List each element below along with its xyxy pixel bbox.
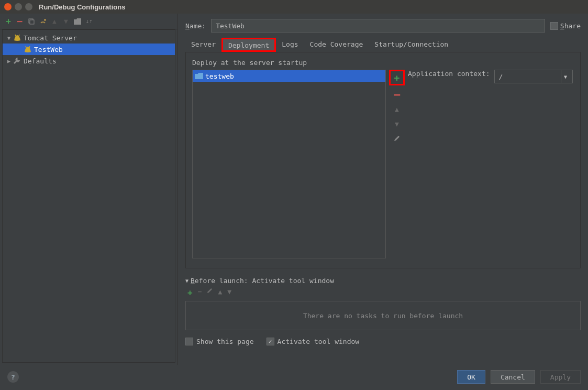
wrench-icon: [13, 57, 23, 64]
edit-artifact-button[interactable]: [391, 133, 403, 144]
window-maximize-button[interactable]: [25, 3, 32, 10]
add-artifact-button[interactable]: +: [391, 72, 403, 83]
show-page-label: Show this page: [196, 338, 254, 345]
before-launch-toolbar: + − ▲ ▼: [185, 285, 581, 301]
move-task-up-button: ▲: [218, 288, 222, 298]
move-up-button: ▲: [50, 17, 59, 26]
save-template-button[interactable]: [39, 17, 47, 26]
apply-button: Apply: [540, 370, 581, 384]
context-select[interactable]: / ▼: [494, 70, 573, 83]
window-close-button[interactable]: [4, 3, 12, 10]
tree-label: Tomcat Server: [24, 34, 77, 42]
before-launch-section: ▼ Before launch: Activate tool window + …: [185, 277, 581, 345]
svg-rect-1: [30, 20, 34, 24]
add-artifact-highlight: +: [389, 70, 405, 85]
name-label: Name:: [185, 22, 206, 30]
checkbox-icon: [185, 338, 193, 345]
activate-label: Activate tool window: [278, 338, 360, 345]
tab-server[interactable]: Server: [185, 38, 221, 52]
config-tree[interactable]: ▼ Tomcat Server TestWeb ▶ Defaults: [2, 29, 175, 363]
tree-node-defaults[interactable]: ▶ Defaults: [3, 55, 175, 67]
chevron-down-icon: ▼: [185, 278, 188, 284]
deploy-list-toolbar: + − ▲ ▼: [390, 70, 404, 144]
window-titlebar: Run/Debug Configurations: [0, 0, 588, 14]
context-label: Application context:: [408, 70, 490, 78]
add-task-button[interactable]: +: [187, 288, 193, 298]
sidebar-toolbar: + − ▲ ▼ ↓↑: [0, 14, 177, 29]
move-artifact-down-button: ▼: [391, 118, 403, 129]
move-artifact-up-button: ▲: [391, 103, 403, 115]
move-down-button: ▼: [62, 17, 70, 26]
tree-label: TestWeb: [34, 46, 63, 53]
sidebar: + − ▲ ▼ ↓↑ ▼ Tomcat Server: [0, 14, 178, 365]
window-title: Run/Debug Configurations: [39, 3, 125, 11]
config-tabs: Server Deployment Logs Code Coverage Sta…: [185, 38, 581, 52]
move-task-down-button: ▼: [227, 288, 231, 298]
chevron-down-icon: ▼: [561, 70, 570, 83]
tab-code-coverage[interactable]: Code Coverage: [304, 38, 369, 52]
sort-button[interactable]: ↓↑: [85, 17, 93, 26]
deploy-item-label: testweb: [205, 72, 234, 80]
deploy-heading: Deploy at the server startup: [192, 59, 574, 67]
tree-label: Defaults: [24, 57, 57, 65]
name-label-text: ame:: [190, 22, 206, 30]
context-value: /: [499, 73, 503, 81]
share-checkbox[interactable]: Share: [550, 22, 581, 30]
activate-tool-window-checkbox[interactable]: Activate tool window: [267, 338, 360, 345]
add-config-button[interactable]: +: [4, 17, 13, 26]
tree-node-testweb[interactable]: TestWeb: [3, 44, 175, 55]
show-this-page-checkbox[interactable]: Show this page: [185, 338, 254, 345]
window-minimize-button[interactable]: [15, 3, 22, 10]
svg-point-2: [44, 19, 46, 21]
checkbox-icon: [550, 22, 558, 30]
edit-task-button: [207, 288, 213, 298]
copy-config-button[interactable]: [27, 17, 36, 26]
remove-config-button[interactable]: −: [16, 17, 24, 26]
remove-artifact-button[interactable]: −: [391, 89, 403, 100]
chevron-down-icon: ▼: [6, 35, 12, 41]
tree-node-tomcat-server[interactable]: ▼ Tomcat Server: [3, 32, 175, 44]
chevron-right-icon: ▶: [6, 58, 12, 64]
folder-icon: [195, 73, 203, 79]
help-button[interactable]: ?: [7, 371, 19, 383]
tab-startup-connection[interactable]: Startup/Connection: [369, 38, 454, 52]
ok-button[interactable]: OK: [457, 370, 485, 384]
before-launch-header[interactable]: ▼ Before launch: Activate tool window: [185, 277, 581, 285]
before-launch-empty: There are no tasks to run before launch: [303, 312, 463, 320]
dialog-button-bar: ? OK Cancel Apply: [0, 365, 588, 389]
deployment-panel: Deploy at the server startup testweb + −: [185, 52, 581, 268]
tomcat-icon: [13, 34, 23, 41]
cancel-button[interactable]: Cancel: [491, 370, 535, 384]
tab-deployment[interactable]: Deployment: [221, 38, 276, 52]
remove-task-button: −: [198, 288, 202, 298]
tab-logs[interactable]: Logs: [276, 38, 304, 52]
tomcat-icon: [24, 46, 33, 53]
deploy-item-testweb[interactable]: testweb: [193, 70, 385, 82]
checkbox-checked-icon: [267, 338, 274, 345]
folder-button[interactable]: [73, 17, 82, 26]
deploy-list[interactable]: testweb: [192, 70, 386, 258]
config-panel: Name: Share Server Deployment Logs Code …: [178, 14, 588, 365]
before-launch-list[interactable]: There are no tasks to run before launch: [185, 301, 581, 330]
name-input[interactable]: [211, 19, 545, 32]
